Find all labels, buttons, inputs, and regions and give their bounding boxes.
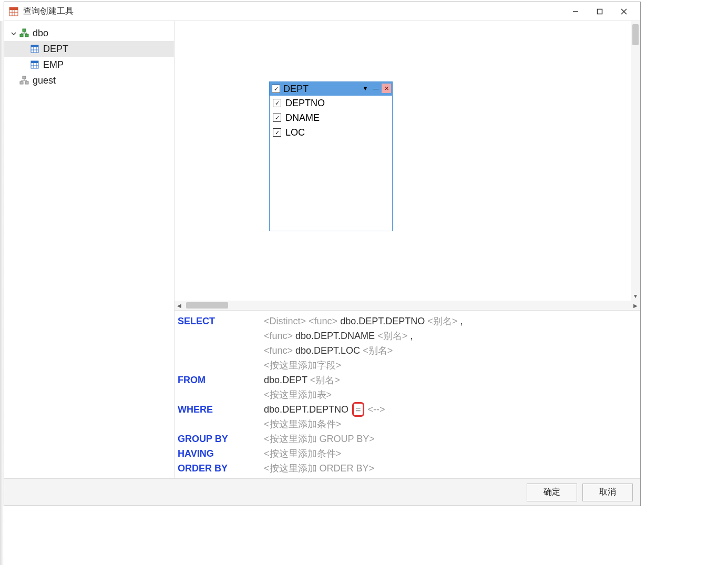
schema-label: dbo (33, 28, 48, 39)
sql-select-row: SELECT <Distinct> <func> dbo.DEPT.DEPTNO… (175, 314, 635, 328)
svg-rect-11 (25, 34, 28, 37)
distinct-placeholder[interactable]: <Distinct> (264, 316, 306, 326)
sql-where-row: WHERE dbo.DEPT.DEPTNO = <--> (175, 402, 635, 417)
table-dropdown-icon[interactable]: ▼ (361, 84, 370, 93)
column-label: DEPTNO (285, 98, 325, 109)
sql-groupby-row: GROUP BY <按这里添加 GROUP BY> (175, 432, 635, 446)
table-close-icon[interactable]: ✕ (382, 84, 391, 93)
func-placeholder[interactable]: <func> (264, 331, 293, 341)
table-minimize-icon[interactable]: — (371, 84, 381, 93)
window-title: 查询创建工具 (23, 6, 74, 17)
where-operator[interactable]: = (352, 402, 364, 417)
add-field-placeholder[interactable]: <按这里添加字段> (264, 360, 341, 371)
svg-rect-27 (20, 81, 23, 84)
svg-rect-26 (23, 76, 26, 79)
table-label: EMP (43, 59, 64, 70)
from-table[interactable]: dbo.DEPT (264, 375, 307, 385)
sql-from-row: FROM dbo.DEPT <别名> (175, 373, 635, 387)
select-all-checkbox[interactable]: ✓ (272, 85, 280, 93)
column-checkbox[interactable]: ✓ (273, 128, 281, 137)
sql-keyword-from: FROM (175, 373, 264, 387)
sql-select-row-cont: <func> dbo.DEPT.DNAME <别名> , (175, 328, 635, 343)
add-groupby-placeholder[interactable]: <按这里添加 GROUP BY> (264, 434, 375, 444)
where-value-placeholder[interactable]: <--> (368, 404, 385, 415)
comma: , (410, 331, 413, 341)
dialog-body: dbo DEPT (4, 21, 640, 478)
table-box-title: DEPT (283, 84, 309, 95)
vertical-scrollbar[interactable]: ▲ ▼ (631, 21, 640, 301)
sql-keyword-having: HAVING (175, 446, 264, 461)
minimize-button[interactable] (563, 3, 588, 20)
table-node-dept[interactable]: DEPT (4, 41, 174, 57)
cancel-button[interactable]: 取消 (582, 484, 633, 501)
dialog-footer: 确定 取消 (4, 478, 640, 506)
table-node-emp[interactable]: EMP (4, 57, 174, 73)
sql-keyword-select: SELECT (175, 314, 264, 328)
alias-placeholder[interactable]: <别名> (377, 331, 407, 341)
left-shadow (0, 21, 4, 565)
sql-builder-panel: SELECT <Distinct> <func> dbo.DEPT.DEPTNO… (175, 310, 640, 478)
svg-rect-22 (31, 61, 38, 63)
sql-from-addtable: <按这里添加表> (175, 387, 635, 402)
scroll-right-icon[interactable]: ▶ (631, 301, 640, 310)
scroll-left-icon[interactable]: ◀ (175, 301, 184, 310)
scroll-thumb[interactable] (632, 24, 639, 45)
add-condition-placeholder[interactable]: <按这里添加条件> (264, 419, 341, 429)
column-label: DNAME (285, 112, 320, 124)
dialog-window: 查询创建工具 (4, 2, 641, 506)
sql-select-row-cont: <func> dbo.DEPT.LOC <别名> (175, 343, 635, 358)
close-button[interactable] (612, 3, 636, 20)
svg-rect-17 (31, 45, 38, 47)
table-label: DEPT (43, 44, 68, 55)
svg-rect-6 (598, 9, 602, 14)
column-row[interactable]: ✓ DEPTNO (270, 96, 392, 110)
schema-tree: dbo DEPT (4, 21, 175, 478)
maximize-button[interactable] (588, 3, 612, 20)
app-icon (8, 6, 19, 17)
alias-placeholder[interactable]: <别名> (310, 375, 340, 385)
diagram-canvas[interactable]: ▲ ▼ ✓ DEPT ▼ — ✕ ✓ (175, 21, 640, 301)
sql-orderby-row: ORDER BY <按这里添加 ORDER BY> (175, 461, 635, 476)
schema-icon (19, 28, 29, 38)
column-row[interactable]: ✓ LOC (270, 125, 392, 140)
caret-down-icon[interactable] (9, 28, 18, 39)
select-field[interactable]: dbo.DEPT.LOC (295, 345, 360, 356)
sql-having-row: HAVING <按这里添加条件> (175, 446, 635, 461)
func-placeholder[interactable]: <func> (264, 345, 293, 356)
schema-node-dbo[interactable]: dbo (4, 25, 174, 41)
column-checkbox[interactable]: ✓ (273, 99, 281, 107)
sql-select-addfield: <按这里添加字段> (175, 358, 635, 373)
sql-keyword-where: WHERE (175, 402, 264, 417)
schema-label: guest (33, 75, 56, 86)
column-checkbox[interactable]: ✓ (273, 114, 281, 122)
sql-keyword-orderby: ORDER BY (175, 461, 264, 476)
scroll-thumb[interactable] (186, 302, 228, 309)
alias-placeholder[interactable]: <别名> (363, 345, 393, 356)
alias-placeholder[interactable]: <别名> (427, 316, 457, 326)
table-box-dept[interactable]: ✓ DEPT ▼ — ✕ ✓ DEPTNO ✓ DNAM (269, 81, 393, 231)
horizontal-scrollbar[interactable]: ◀ ▶ (175, 301, 640, 310)
add-orderby-placeholder[interactable]: <按这里添加 ORDER BY> (264, 463, 374, 474)
add-table-placeholder[interactable]: <按这里添加表> (264, 389, 332, 400)
schema-node-guest[interactable]: guest (4, 73, 174, 88)
table-icon (29, 59, 40, 70)
select-field[interactable]: dbo.DEPT.DEPTNO (340, 316, 425, 326)
select-field[interactable]: dbo.DEPT.DNAME (295, 331, 375, 341)
svg-rect-1 (9, 7, 18, 10)
scroll-down-icon[interactable]: ▼ (631, 291, 640, 301)
column-row[interactable]: ✓ DNAME (270, 110, 392, 125)
svg-rect-9 (23, 29, 26, 32)
add-having-placeholder[interactable]: <按这里添加条件> (264, 448, 341, 459)
main-panel: ▲ ▼ ✓ DEPT ▼ — ✕ ✓ (175, 21, 640, 478)
svg-rect-10 (20, 34, 23, 37)
where-field[interactable]: dbo.DEPT.DEPTNO (264, 404, 348, 415)
ok-button[interactable]: 确定 (527, 484, 577, 501)
svg-rect-28 (25, 81, 28, 84)
titlebar: 查询创建工具 (4, 2, 640, 21)
schema-icon (19, 75, 29, 86)
sql-where-addcond: <按这里添加条件> (175, 417, 635, 432)
func-placeholder[interactable]: <func> (309, 316, 337, 326)
comma: , (460, 316, 463, 326)
table-box-header[interactable]: ✓ DEPT ▼ — ✕ (270, 82, 392, 96)
column-label: LOC (285, 127, 305, 138)
